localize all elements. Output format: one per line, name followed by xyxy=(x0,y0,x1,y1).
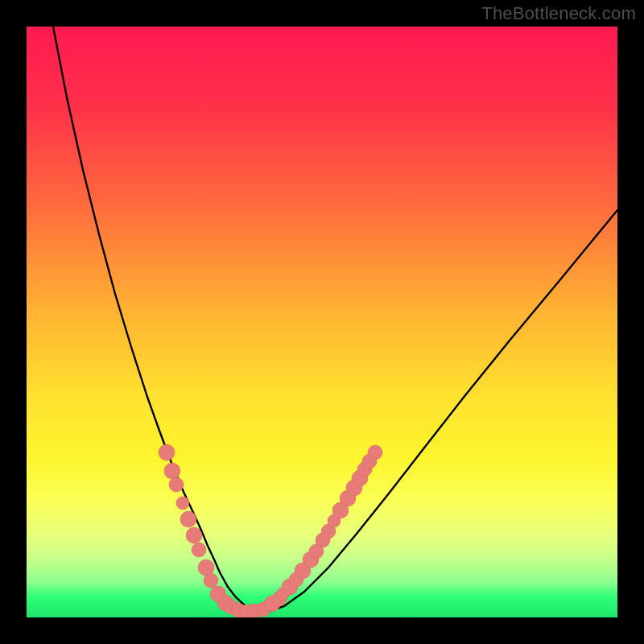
data-dot xyxy=(159,444,175,460)
data-dot xyxy=(186,527,202,543)
data-dot xyxy=(180,511,196,527)
watermark-text: TheBottleneck.com xyxy=(481,3,636,24)
data-dot xyxy=(164,463,180,479)
chart-plot-area xyxy=(27,27,617,617)
data-dot xyxy=(204,573,218,588)
chart-svg xyxy=(27,27,617,617)
data-dot xyxy=(169,477,184,492)
data-dot xyxy=(368,445,382,460)
data-dot xyxy=(192,543,206,557)
data-dot xyxy=(176,497,189,510)
